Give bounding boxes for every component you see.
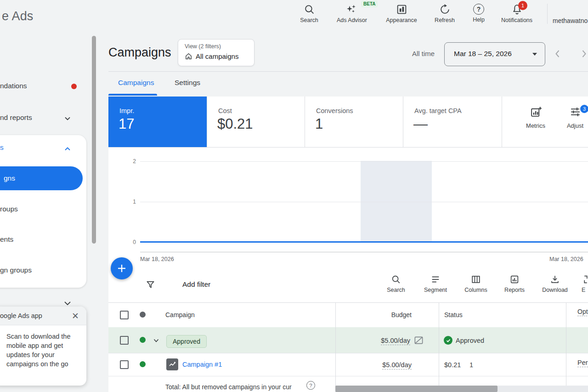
columns-button[interactable]: Columns [457,274,495,293]
row1-checkbox[interactable] [120,336,129,345]
expand-icon [581,274,588,284]
row2-checkbox[interactable] [120,360,129,369]
topnav-help-label: Help [473,17,485,23]
notification-count-badge: 1 [518,1,527,10]
column-header-status[interactable]: Status [444,311,463,318]
row2-optimization-value[interactable]: Per [577,359,588,367]
add-campaign-fab[interactable] [111,257,133,279]
column-header-campaign[interactable]: Campaign [165,311,195,318]
row2-enabled-dot[interactable] [140,361,146,367]
view-filters-label: View (2 filters) [185,43,221,50]
topnav-help[interactable]: ? Help [457,4,501,23]
download-button[interactable]: Download [536,274,574,293]
topnav-appearance-label: Appearance [386,17,417,23]
all-time-label[interactable]: All time [412,50,435,57]
metrics-icon [530,106,542,118]
metrics-button[interactable]: Metrics [515,106,556,129]
sidebar-item-recommendations[interactable]: ndations [0,82,27,90]
scorecard-cpa-label[interactable]: Avg. target CPA [414,107,462,114]
table-hscroll-thumb[interactable] [335,386,498,392]
scorecard-impressions[interactable]: Impr. 17 [108,97,207,147]
scorecard-impressions-value: 17 [119,116,134,132]
search-icon [304,4,315,15]
active-tab-indicator [108,94,157,96]
topnav-ads-advisor-label: Ads Advisor [337,17,367,23]
select-all-checkbox[interactable] [120,311,129,319]
help-circle-icon[interactable]: ? [306,381,315,390]
sidebar-item-ad-groups[interactable]: roups [0,205,18,213]
mobile-app-popup: oogle Ads app ✕ Scan to download the mob… [0,307,86,386]
appearance-icon [396,4,407,15]
topnav-notifications[interactable]: Notifications [495,4,539,23]
account-name[interactable]: methawatno [553,17,588,24]
caret-down-icon [532,53,537,56]
add-filter-button[interactable]: Add filter [182,280,210,289]
header-divider [108,71,588,72]
topnav-search[interactable]: Search [287,4,331,23]
reports-button[interactable]: Reports [495,274,534,293]
download-icon [550,274,560,284]
sidebar-item-campaigns-selected[interactable]: gns [0,166,83,190]
status-dot-header[interactable] [140,312,146,318]
date-range-picker[interactable]: Mar 18 – 25, 2026 [444,42,545,66]
help-icon: ? [473,4,484,15]
sidebar-item-campaign-groups[interactable]: gn groups [0,266,32,274]
scorecard-cost-value: $0.21 [217,116,253,132]
filter-funnel-icon[interactable] [145,279,156,290]
download-label: Download [542,287,568,293]
prev-period-chevron-icon[interactable] [553,49,563,59]
scorecard-cost-label[interactable]: Cost [218,107,232,114]
row1-budget-value[interactable]: $5.00/day [381,337,410,345]
total-row-label: Total: All but removed campaigns in your… [165,383,292,391]
segment-button[interactable]: Segment [416,274,455,293]
home-icon [185,52,192,60]
chevron-down-icon[interactable] [63,114,72,123]
mobile-app-popup-header: oogle Ads app ✕ [0,307,86,325]
approved-check-icon [444,336,452,345]
campaign-name-link[interactable]: Campaign #1 [182,361,222,368]
columns-label: Columns [464,287,487,293]
next-period-chevron-icon[interactable] [579,49,588,59]
y-tick-2: 2 [125,158,136,165]
row1-status-value: Approved [456,337,484,344]
view-selector[interactable]: View (2 filters) All campaigns [178,39,254,66]
plus-icon [117,263,127,273]
metrics-button-label: Metrics [526,122,545,129]
row1-chevron-down-icon[interactable] [153,337,160,344]
y-tick-1: 1 [125,199,136,205]
chevron-up-icon[interactable] [63,145,72,153]
tab-campaigns[interactable]: Campaigns [118,79,154,87]
sidebar-section-campaigns[interactable]: s [0,143,4,152]
table-hscroll-track[interactable] [498,386,588,392]
close-icon[interactable]: ✕ [72,311,79,321]
topnav-refresh-label: Refresh [435,17,455,23]
x-axis-line [140,252,588,252]
row2-conversions-value: 1 [469,361,473,369]
page-title: Campaigns [108,45,171,60]
tab-settings[interactable]: Settings [175,79,200,87]
expand-button[interactable]: E [574,274,588,293]
column-header-optimization[interactable]: Opti [577,308,588,316]
segment-label: Segment [424,287,447,293]
row2-budget-value[interactable]: $5.00/day [382,361,412,369]
adjust-count-badge: 3 [579,104,588,114]
topbar-divider [547,4,548,24]
scorecard-conversions-value: 1 [315,116,323,132]
scorecard-conversions-label[interactable]: Conversions [316,107,353,114]
column-header-budget[interactable]: Budget [335,311,412,318]
row1-approved-chip[interactable]: Approved [166,335,207,348]
topnav-search-label: Search [300,17,318,23]
campaign-type-icon [166,358,178,370]
search-icon [391,274,401,284]
image-unavailable-icon [413,335,424,346]
recommendations-alert-dot [71,84,77,89]
sparkle-icon [346,4,358,15]
sidebar-item-reports[interactable]: nd reports [0,114,32,122]
sidebar-scrollbar[interactable] [92,36,96,244]
topnav-appearance[interactable]: Appearance [379,4,424,23]
row1-enabled-dot[interactable] [140,337,146,343]
y-tick-0: 0 [125,239,136,245]
table-search-button[interactable]: Search [377,274,415,293]
columns-icon [471,274,481,284]
sidebar-item-experiments[interactable]: ents [0,235,13,244]
